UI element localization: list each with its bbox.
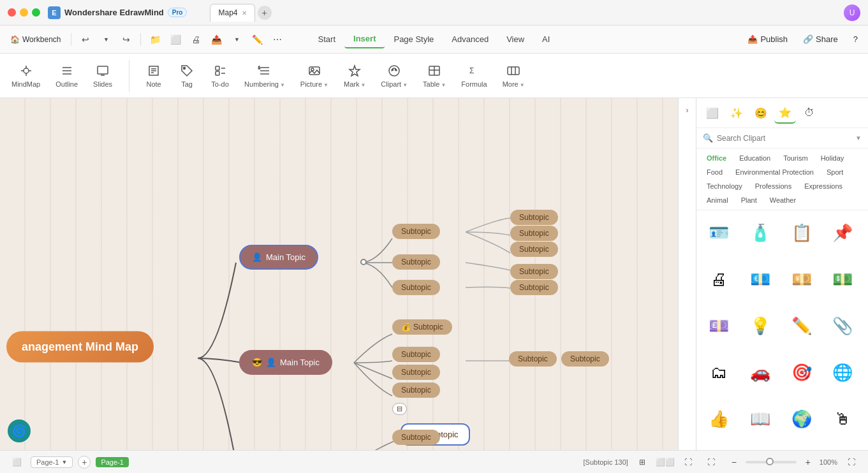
- subtopic-2-3[interactable]: Subtopic: [392, 382, 440, 398]
- mindmap-view-button[interactable]: MindMap: [5, 60, 47, 92]
- nav-advanced[interactable]: Advanced: [443, 31, 497, 48]
- cat-sport[interactable]: Sport: [821, 166, 848, 178]
- fit-page-button[interactable]: ⊞: [633, 453, 651, 471]
- clipart-target[interactable]: 🎯: [784, 356, 819, 390]
- nav-insert[interactable]: Insert: [344, 30, 385, 48]
- clipart-lamp[interactable]: 💡: [743, 309, 777, 343]
- clipart-binder[interactable]: 🗂: [702, 356, 736, 390]
- clipart-glue[interactable]: 🧴: [743, 215, 777, 250]
- more-button[interactable]: ⋯: [268, 31, 286, 48]
- nav-view[interactable]: View: [497, 31, 533, 48]
- mark-tool[interactable]: Mark▼: [339, 60, 371, 92]
- fullscreen-button[interactable]: ⛶: [679, 453, 697, 471]
- undo-button[interactable]: ↩: [77, 31, 94, 48]
- cat-plant[interactable]: Plant: [736, 194, 762, 206]
- maximize-button[interactable]: [32, 8, 40, 17]
- redo-button[interactable]: ↪: [117, 31, 135, 48]
- undo-dropdown[interactable]: ▼: [97, 31, 115, 48]
- nav-ai[interactable]: AI: [533, 31, 559, 48]
- panel-tab-timer[interactable]: ⏱: [798, 102, 820, 124]
- cat-animal[interactable]: Animal: [702, 194, 733, 206]
- panel-tab-shapes[interactable]: ⬜: [702, 102, 723, 124]
- cat-expressions[interactable]: Expressions: [799, 180, 848, 192]
- nav-pagestyle[interactable]: Page Style: [385, 31, 443, 48]
- outline-view-button[interactable]: Outline: [49, 60, 84, 92]
- cat-holiday[interactable]: Holiday: [816, 152, 850, 164]
- export-dropdown[interactable]: ▼: [228, 31, 246, 48]
- minimize-button[interactable]: [20, 8, 28, 17]
- view-toggle-button[interactable]: ⬜⬜: [656, 453, 674, 471]
- zoom-out-button[interactable]: −: [725, 453, 743, 471]
- nav-start[interactable]: Start: [309, 31, 344, 48]
- search-dropdown-icon[interactable]: ▼: [855, 135, 862, 142]
- layout-button[interactable]: ⬜: [166, 31, 184, 48]
- folder-button[interactable]: 📁: [146, 31, 164, 48]
- expand-button[interactable]: ⛶: [842, 453, 860, 471]
- cat-professions[interactable]: Professions: [750, 180, 797, 192]
- subtopic-1-1-1[interactable]: Subtopic: [510, 210, 558, 225]
- clipart-document[interactable]: 📋: [784, 215, 819, 250]
- edit-button[interactable]: ✏️: [248, 31, 266, 48]
- subtopic-2-1[interactable]: Subtopic: [392, 347, 440, 362]
- clipart-pencil[interactable]: ✏️: [784, 309, 819, 343]
- todo-tool[interactable]: To-do: [206, 60, 234, 92]
- subtopic-3-1[interactable]: Subtopic: [392, 430, 440, 445]
- clipart-dollar[interactable]: 💵: [825, 262, 860, 296]
- cat-environmental[interactable]: Environmental Protection: [730, 166, 819, 178]
- numbering-tool[interactable]: 1 Numbering▼: [239, 60, 290, 92]
- active-tab[interactable]: Map4 ✕: [210, 4, 254, 22]
- table-tool[interactable]: Table▼: [418, 60, 451, 92]
- topic-node-2[interactable]: 😎 👤 Main Topic: [239, 350, 332, 375]
- zoom-slider[interactable]: [746, 461, 797, 463]
- zoom-in-button[interactable]: +: [799, 453, 817, 471]
- clipart-pound[interactable]: 💷: [702, 309, 736, 343]
- note-tool[interactable]: Note: [140, 60, 168, 92]
- new-tab-button[interactable]: +: [258, 6, 272, 20]
- share-button[interactable]: 🔗 Share: [798, 32, 843, 47]
- publish-button[interactable]: 📤 Publish: [742, 32, 793, 47]
- subtopic-1-1[interactable]: Subtopic: [392, 224, 440, 239]
- slides-view-button[interactable]: Slides: [87, 60, 119, 92]
- clipart-globe[interactable]: 🌐: [825, 356, 860, 390]
- clipart-yen[interactable]: 💴: [784, 262, 819, 296]
- clipart-pushpin[interactable]: 📌: [825, 215, 860, 250]
- cat-education[interactable]: Education: [734, 152, 776, 164]
- subtopic-2-collapse[interactable]: ⊟: [392, 403, 407, 415]
- workbench-button[interactable]: 🏠 Workbench: [5, 33, 66, 47]
- picture-tool[interactable]: Picture▼: [295, 60, 334, 92]
- tab-close-icon[interactable]: ✕: [242, 10, 247, 17]
- subtopic-2-deep-2[interactable]: Subtopic: [561, 351, 609, 367]
- subtopic-2-0[interactable]: 💰 Subtopic: [392, 319, 452, 335]
- export-button[interactable]: 📤: [207, 31, 225, 48]
- tag-tool[interactable]: Tag: [173, 60, 201, 92]
- subtopic-1-1-3[interactable]: Subtopic: [510, 242, 558, 257]
- panel-toggle[interactable]: ›: [678, 98, 696, 450]
- clipart-id-card[interactable]: 🪪: [702, 215, 736, 250]
- print-button[interactable]: 🖨: [187, 31, 205, 48]
- toggle-panel-status[interactable]: ⬜: [8, 453, 26, 471]
- map-title[interactable]: anagement Mind Map: [6, 331, 154, 363]
- panel-tab-emoji[interactable]: 😊: [750, 102, 772, 124]
- panel-tab-ai[interactable]: ✨: [726, 102, 747, 124]
- formula-tool[interactable]: Σ Formula: [456, 60, 492, 92]
- cat-weather[interactable]: Weather: [765, 194, 801, 206]
- help-button[interactable]: ?: [848, 32, 863, 47]
- cat-food[interactable]: Food: [702, 166, 728, 178]
- subtopic-1-2[interactable]: Subtopic: [392, 254, 440, 270]
- page-1-button[interactable]: Page-1 ▼: [31, 456, 73, 468]
- zoom-handle[interactable]: [766, 458, 774, 465]
- panel-tab-clipart[interactable]: ⭐: [774, 102, 796, 124]
- clipart-stapler[interactable]: 📎: [825, 309, 860, 343]
- clipart-car[interactable]: 🚗: [743, 356, 777, 390]
- clipart-earth[interactable]: 🌍: [784, 402, 819, 437]
- topic-node-1[interactable]: 👤 Main Topic: [239, 245, 318, 270]
- subtopic-1-1-2[interactable]: Subtopic: [510, 226, 558, 241]
- clipart-tool[interactable]: Clipart▼: [376, 60, 413, 92]
- subtopic-1-3-1[interactable]: Subtopic: [510, 280, 558, 295]
- clipart-book[interactable]: 📖: [743, 402, 777, 437]
- cat-technology[interactable]: Technology: [702, 180, 747, 192]
- clipart-search-input[interactable]: [717, 134, 851, 143]
- clipart-printer[interactable]: 🖨: [702, 262, 736, 296]
- subtopic-1-2-1[interactable]: Subtopic: [510, 264, 558, 279]
- more-tool[interactable]: More▼: [497, 60, 530, 92]
